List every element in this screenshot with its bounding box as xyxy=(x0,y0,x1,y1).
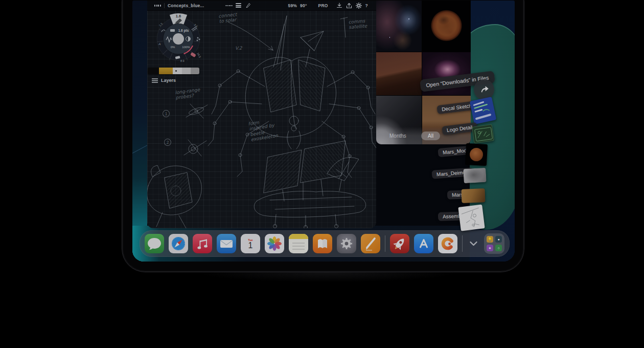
brush-size-label: 1.6 pts xyxy=(178,29,189,33)
concepts-app-window: connect to solar comms satellite V.2 lon… xyxy=(147,1,376,228)
photo-grid xyxy=(376,1,471,144)
svg-text:14.5: 14.5 xyxy=(196,52,201,58)
concepts-toolbar: Concepts_blue... 59% 90° PRO xyxy=(147,1,376,11)
drag-thumb-logo-detail[interactable] xyxy=(472,124,494,143)
dock-app-app-store[interactable] xyxy=(414,234,433,253)
photos-app-window: Months All xyxy=(376,1,471,144)
app-library-tile-green: ○ xyxy=(495,245,502,251)
swatch-gray[interactable] xyxy=(182,68,191,74)
dock-app-rocket[interactable] xyxy=(390,234,409,253)
chevron-down-icon xyxy=(469,241,478,247)
help-button[interactable]: ? xyxy=(365,3,368,8)
dock-app-books[interactable] xyxy=(313,234,332,253)
dock-app-mail[interactable] xyxy=(217,234,236,253)
dock-app-calendar[interactable]: Tue 1 xyxy=(241,234,260,253)
apps-grid-icon[interactable] xyxy=(154,2,161,9)
dock-app-messages[interactable] xyxy=(145,234,164,253)
pen-tool-icon[interactable] xyxy=(245,2,251,9)
opacity-max-label: 100% xyxy=(182,46,190,49)
canvas-title[interactable]: Concepts_blue... xyxy=(168,3,204,8)
tool-wheel[interactable]: 1.6 1.5 3.5 14.5 8.9 A xyxy=(154,11,203,67)
stage: connect to solar comms satellite V.2 lon… xyxy=(0,0,644,348)
dock-app-linea-sketch[interactable] xyxy=(361,234,380,253)
layers-label: Layers xyxy=(161,78,176,83)
import-icon[interactable] xyxy=(336,2,343,9)
annotation-connect-to-solar: connect to solar xyxy=(218,12,238,24)
dock-app-concepts[interactable] xyxy=(438,234,457,253)
drag-thumb-mars-model[interactable] xyxy=(465,143,488,166)
ipad-screen: connect to solar comms satellite V.2 lon… xyxy=(132,1,515,262)
filter-all[interactable]: All xyxy=(421,132,440,140)
dock-divider xyxy=(385,235,385,252)
dock-app-music[interactable] xyxy=(193,234,212,253)
drag-thumb-mars-deimos[interactable] xyxy=(463,168,486,183)
swatch-black[interactable] xyxy=(148,68,159,74)
dock-divider xyxy=(462,235,463,252)
swatch-dark-gray[interactable] xyxy=(191,68,199,74)
svg-text:8.9: 8.9 xyxy=(180,59,185,62)
active-tool-size-text: 1.6 xyxy=(176,14,181,18)
drag-thumb-mars[interactable] xyxy=(462,188,486,203)
annotation-comms-satellite: comms satellite xyxy=(348,18,367,30)
layers-stack-icon[interactable] xyxy=(235,2,242,9)
annotation-beetle-exoskeleton: form inspired by beetle exoskeleton xyxy=(248,117,279,142)
swatch-light-gray[interactable] xyxy=(173,68,182,74)
precision-grid-icon[interactable] xyxy=(225,2,232,9)
photo-tile-horsehead-nebula[interactable] xyxy=(376,1,422,52)
dock: Tue 1 xyxy=(140,230,510,257)
dock-collapse-chevron[interactable] xyxy=(467,234,479,253)
dock-app-settings[interactable] xyxy=(337,234,356,253)
zoom-level[interactable]: 59% xyxy=(288,3,297,8)
drag-thumb-assembly[interactable] xyxy=(458,204,485,231)
toolbar-divider xyxy=(164,3,165,8)
opacity-min-label: 0% xyxy=(171,46,175,49)
drag-thumb-decal-sketches[interactable] xyxy=(470,97,497,124)
swatch-selection-dot xyxy=(175,70,177,72)
layers-control[interactable]: Layers xyxy=(152,78,176,83)
photo-tile-mars-globe[interactable] xyxy=(422,1,471,52)
calendar-day: 1 xyxy=(248,242,253,250)
color-swatch-strip[interactable] xyxy=(148,68,199,74)
wallpaper-left-sliver xyxy=(132,1,147,262)
app-library-tile-yellow: 💡 xyxy=(487,236,493,243)
annotation-version: V.2 xyxy=(235,46,242,51)
app-library-tile-star: ★ xyxy=(487,245,493,251)
pro-badge[interactable]: PRO xyxy=(318,3,328,8)
svg-text:A: A xyxy=(158,42,161,46)
share-arrow-icon xyxy=(477,83,491,96)
dock-app-notes[interactable] xyxy=(289,234,308,253)
photo-tile-mars-surface[interactable] xyxy=(376,52,422,95)
device-shadow xyxy=(153,272,501,286)
dock-app-library[interactable]: 💡 ● ★ ○ xyxy=(484,233,504,254)
app-library-tile-camera: ● xyxy=(495,236,502,243)
ipad-device: connect to solar comms satellite V.2 lon… xyxy=(122,0,524,272)
layers-menu-icon xyxy=(152,78,158,83)
dock-app-photos[interactable] xyxy=(265,234,284,253)
settings-gear-icon[interactable] xyxy=(356,2,362,9)
filter-months[interactable]: Months xyxy=(389,133,406,139)
color-preview-circle xyxy=(173,33,184,45)
mars-thumb-planet xyxy=(469,147,483,161)
export-icon[interactable] xyxy=(346,2,353,9)
swatch-gold[interactable] xyxy=(159,68,173,74)
rotation-angle[interactable]: 90° xyxy=(300,3,307,8)
dock-app-safari[interactable] xyxy=(169,234,188,253)
